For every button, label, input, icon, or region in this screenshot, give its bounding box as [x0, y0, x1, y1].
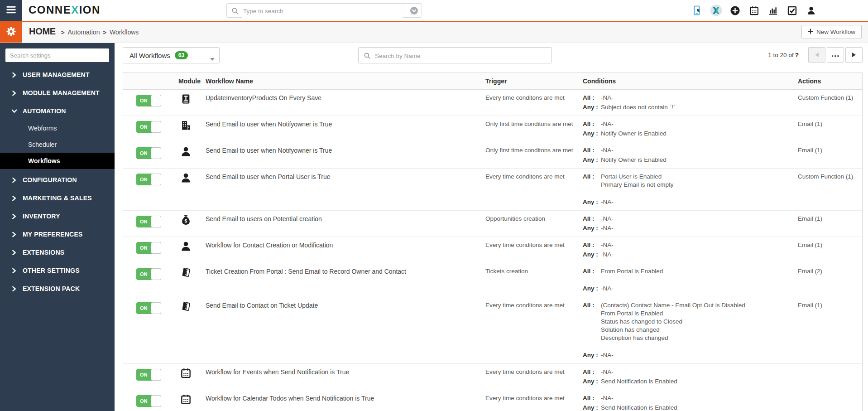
conditions-all-label: All : — [583, 241, 601, 249]
workflow-filter-select[interactable]: All Workflows 63 — [123, 47, 220, 63]
conditions-all-label: All : — [583, 146, 601, 155]
conditions-any-label: Any : — [583, 156, 601, 164]
calendar-icon[interactable] — [748, 4, 760, 17]
chevron-right-icon — [11, 214, 17, 219]
toggle-knob — [151, 268, 161, 280]
global-search-input[interactable] — [242, 4, 403, 18]
table-row: ONSend Email to user when Notifyowner is… — [123, 142, 862, 169]
sidebar-subitem-webforms[interactable]: Webforms — [0, 120, 115, 136]
sidebar-item-other-settings[interactable]: OTHER SETTINGS — [0, 261, 115, 280]
condition-value: -NA- — [601, 215, 614, 223]
workflow-name[interactable]: Send Email to Contact on Ticket Update — [206, 301, 485, 359]
workflow-name[interactable]: Ticket Creation From Portal : Send Email… — [206, 267, 485, 293]
workflow-actions: Email (2) — [798, 267, 862, 293]
sidebar-item-my-preferences[interactable]: MY PREFERENCES — [0, 225, 115, 243]
workflow-name[interactable]: Workflow for Events when Send Notificati… — [206, 368, 485, 386]
settings-menu: USER MANAGEMENTMODULE MANAGEMENTAUTOMATI… — [0, 66, 115, 298]
sidebar-subitem-workflows[interactable]: Workflows — [0, 153, 115, 169]
contact-icon — [180, 172, 206, 185]
sidebar-subitem-scheduler[interactable]: Scheduler — [0, 136, 115, 153]
toggle-on-label: ON — [140, 371, 148, 379]
conditions-all: All :(Contacts) Contact Name - Email Opt… — [583, 301, 798, 342]
reports-icon[interactable] — [767, 4, 779, 17]
mobile-app-icon[interactable] — [691, 4, 703, 17]
conditions-any-label: Any : — [583, 351, 601, 359]
condition-value: -NA- — [601, 146, 614, 155]
previous-page-button[interactable] — [808, 47, 825, 63]
more-pages-button[interactable] — [827, 47, 844, 63]
table-header: ModuleWorkflow NameTriggerConditionsActi… — [123, 73, 862, 90]
sidebar-item-marketing-sales[interactable]: MARKETING & SALES — [0, 189, 115, 207]
condition-value: -NA- — [601, 94, 614, 102]
toggle-knob — [151, 369, 161, 381]
brand-x-icon[interactable] — [710, 4, 722, 17]
sidebar-item-label: EXTENSIONS — [23, 249, 64, 256]
conditions-any: Any :Subject does not contain `!` — [583, 103, 798, 111]
chevron-right-icon — [11, 73, 17, 77]
workflow-toggle[interactable]: ON — [136, 302, 161, 314]
next-page-button[interactable] — [845, 47, 863, 63]
calendar-module-icon — [180, 394, 206, 407]
sidebar-item-configuration[interactable]: CONFIGURATION — [0, 171, 115, 189]
conditions-any: Any :-NA- — [583, 351, 798, 359]
svg-text:$: $ — [184, 218, 187, 223]
search-scope-dropdown-icon[interactable] — [410, 6, 418, 17]
toggle-on-label: ON — [140, 397, 148, 405]
hamburger-menu-button[interactable] — [0, 0, 22, 21]
workflow-toggle[interactable]: ON — [136, 268, 161, 280]
settings-gear-button[interactable] — [0, 22, 22, 43]
workflow-name[interactable]: Send Email to user when Portal User is T… — [206, 173, 485, 206]
condition-value: -NA- — [601, 224, 614, 232]
sidebar-item-module-management[interactable]: MODULE MANAGEMENT — [0, 84, 115, 102]
app-logo[interactable]: CONNEXION — [29, 4, 101, 16]
contact-icon — [180, 146, 206, 159]
contact-icon — [180, 241, 206, 254]
conditions-any-label: Any : — [583, 224, 601, 232]
breadcrumb-home[interactable]: HOME — [29, 26, 56, 37]
workflow-toggle[interactable]: ON — [136, 95, 161, 106]
workflow-name[interactable]: Send Email to user when Notifyowner is T… — [206, 146, 485, 164]
breadcrumb-separator: > — [61, 29, 65, 36]
chevron-left-icon — [815, 51, 819, 59]
workflow-count-badge: 63 — [175, 51, 188, 59]
workflow-name[interactable]: Send Email to user when Notifyowner is T… — [206, 120, 485, 138]
workflow-name[interactable]: Workflow for Calendar Todos when Send No… — [206, 394, 485, 411]
sidebar-item-label: MARKETING & SALES — [23, 194, 92, 202]
chevron-right-icon — [11, 268, 17, 273]
conditions-all: All :-NA- — [583, 120, 798, 128]
breadcrumb-workflows[interactable]: Workflows — [110, 29, 139, 36]
toggle-on-label: ON — [140, 175, 148, 184]
pagination: 1 to 20of? — [768, 47, 863, 63]
workflow-toggle[interactable]: ON — [136, 121, 161, 133]
breadcrumb-automation[interactable]: Automation — [68, 29, 100, 36]
workflow-toggle[interactable]: ON — [136, 369, 161, 381]
workflow-toggle[interactable]: ON — [136, 147, 161, 159]
conditions-all: All :-NA- — [583, 241, 798, 249]
sidebar-item-inventory[interactable]: INVENTORY — [0, 207, 115, 225]
workflow-toggle[interactable]: ON — [136, 216, 161, 227]
condition-value: Primary Email is not empty — [601, 181, 674, 189]
workflow-name[interactable]: Workflow for Contact Creation or Modific… — [206, 241, 485, 259]
workflow-toggle[interactable]: ON — [136, 174, 161, 185]
sidebar-item-automation[interactable]: AUTOMATION — [0, 102, 115, 120]
search-by-name-input[interactable] — [374, 48, 543, 63]
tasks-icon[interactable] — [786, 4, 798, 17]
workflow-toggle[interactable]: ON — [136, 242, 161, 254]
breadcrumb-bar: HOME >Automation>Workflows New Workflow — [0, 22, 868, 43]
workflow-trigger: Every time conditons are met — [485, 394, 583, 411]
workflow-name[interactable]: Send Email to users on Potential creatio… — [206, 215, 485, 232]
workflow-name[interactable]: UpdateInventoryProducts On Every Save — [206, 94, 485, 111]
sidebar-item-label: EXTENSION PACK — [23, 285, 80, 292]
topbar-icon-group — [691, 0, 817, 21]
condition-value: -NA- — [601, 285, 614, 293]
workflow-toggle[interactable]: ON — [136, 395, 161, 407]
table-row: ONSend Email to Contact on Ticket Update… — [123, 297, 862, 364]
sidebar-item-user-management[interactable]: USER MANAGEMENT — [0, 66, 115, 84]
profile-icon[interactable] — [805, 4, 817, 17]
add-icon[interactable] — [729, 4, 741, 17]
sidebar-item-extensions[interactable]: EXTENSIONS — [0, 243, 115, 261]
new-workflow-button[interactable]: New Workflow — [801, 25, 862, 39]
sidebar-item-extension-pack[interactable]: EXTENSION PACK — [0, 280, 115, 298]
settings-search-input[interactable] — [5, 48, 109, 62]
workflow-actions — [798, 368, 862, 386]
